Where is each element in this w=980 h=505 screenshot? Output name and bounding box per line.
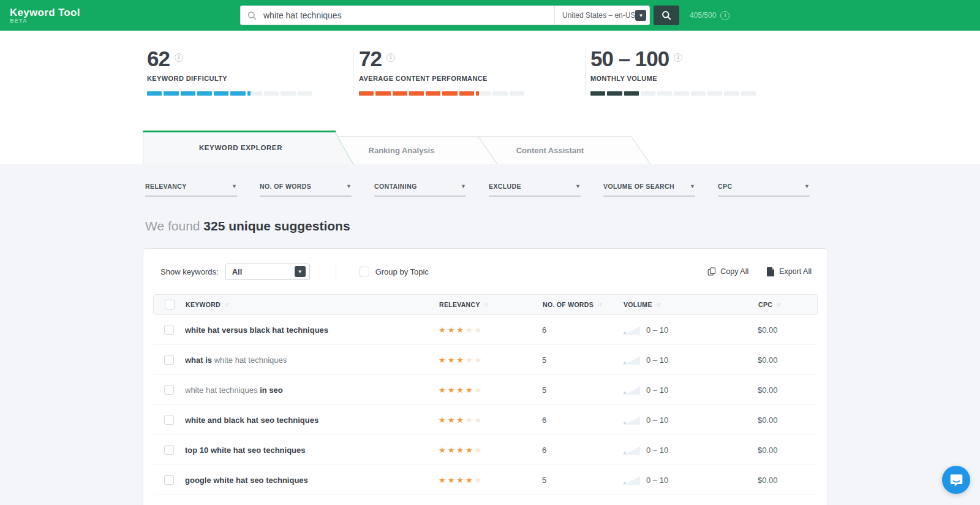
relevancy-stars: ★★★★★ xyxy=(439,476,542,485)
search-button[interactable] xyxy=(654,6,679,25)
group-by-topic-checkbox[interactable] xyxy=(360,267,369,276)
table-body: white hat versus black hat techniques ★★… xyxy=(153,315,818,495)
sort-icon[interactable]: ↓↑ xyxy=(224,302,228,308)
copy-all-button[interactable]: Copy All xyxy=(707,267,748,276)
metric-info-icon[interactable]: i xyxy=(175,53,183,62)
sort-icon[interactable]: ↓↑ xyxy=(484,302,488,308)
filter-label: RELEVANCY xyxy=(145,183,187,190)
region-caret-icon[interactable]: ▼ xyxy=(635,10,646,21)
chat-widget-button[interactable] xyxy=(942,466,970,494)
show-keywords-select[interactable]: All ▼ xyxy=(225,264,310,280)
relevancy-stars: ★★★★★ xyxy=(439,385,542,395)
copy-all-label: Copy All xyxy=(720,267,748,276)
column-header-cpc[interactable]: CPC↓↑ xyxy=(758,301,817,308)
star-filled-icon: ★ xyxy=(466,476,475,485)
chevron-down-icon: ▼ xyxy=(804,183,810,189)
filter-exclude[interactable]: EXCLUDE ▼ xyxy=(489,183,581,197)
star-empty-icon: ★ xyxy=(466,325,475,335)
star-filled-icon: ★ xyxy=(456,416,466,425)
cpc-value: $0.00 xyxy=(758,416,823,425)
filter-cpc[interactable]: CPC ▼ xyxy=(718,183,810,197)
search-input[interactable] xyxy=(262,10,554,21)
metric-value: 62 xyxy=(147,48,170,70)
star-empty-icon: ★ xyxy=(466,416,475,425)
show-keywords-label: Show keywords: xyxy=(160,267,219,276)
filters-row: RELEVANCY ▼ NO. OF WORDS ▼ CONTAINING ▼ … xyxy=(145,183,980,197)
volume-value: 0 – 10 xyxy=(646,355,668,365)
cpc-value: $0.00 xyxy=(758,446,823,455)
star-filled-icon: ★ xyxy=(439,355,448,365)
row-checkbox[interactable] xyxy=(164,415,174,425)
column-header-relevancy[interactable]: RELEVANCY↓↑ xyxy=(439,301,543,308)
metrics-row: 62 i KEYWORD DIFFICULTY 72 i AVERAGE CON… xyxy=(147,31,980,96)
app-logo[interactable]: Keyword Tool BETA xyxy=(10,7,80,24)
app-logo-title: Keyword Tool xyxy=(10,7,80,18)
keyword-cell[interactable]: white hat techniques in seo xyxy=(185,385,439,395)
star-filled-icon: ★ xyxy=(439,385,448,395)
filter-no-of-words[interactable]: NO. OF WORDS ▼ xyxy=(260,183,352,197)
volume-sparkline-icon xyxy=(623,355,640,365)
row-checkbox[interactable] xyxy=(164,355,174,365)
row-checkbox[interactable] xyxy=(164,475,174,485)
star-filled-icon: ★ xyxy=(439,476,448,485)
column-header-volume[interactable]: VOLUME↓↑ xyxy=(624,301,758,308)
keyword-cell[interactable]: white hat versus black hat techniques xyxy=(185,325,439,335)
chevron-down-icon: ▼ xyxy=(461,183,466,189)
results-card: Show keywords: All ▼ Group by Topic Copy… xyxy=(143,248,828,505)
column-header-no-of-words[interactable]: NO. OF WORDS↓↑ xyxy=(543,301,624,308)
tab-keyword-explorer[interactable]: KEYWORD EXPLORER xyxy=(143,131,354,164)
region-selector[interactable]: United States – en-US ▼ xyxy=(554,6,650,25)
keyword-cell[interactable]: white and black hat seo techniques xyxy=(185,416,439,425)
bar-segment xyxy=(181,91,195,96)
volume-sparkline-icon xyxy=(623,415,640,425)
sort-icon[interactable]: ↓↑ xyxy=(597,302,601,308)
relevancy-stars: ★★★★★ xyxy=(439,325,542,335)
results-toolbar: Show keywords: All ▼ Group by Topic Copy… xyxy=(143,249,827,290)
word-count: 6 xyxy=(542,446,623,455)
volume-cell: 0 – 10 xyxy=(623,325,758,335)
word-count: 5 xyxy=(542,355,623,365)
star-filled-icon: ★ xyxy=(448,325,457,335)
select-all-checkbox[interactable] xyxy=(165,300,175,309)
bar-segment xyxy=(264,91,279,96)
metric-info-icon[interactable]: i xyxy=(674,53,682,62)
keyword-cell[interactable]: what is white hat techniques xyxy=(185,355,439,365)
column-header-keyword[interactable]: KEYWORD↓↑ xyxy=(186,301,439,308)
toolbar-actions: Copy All Export All xyxy=(707,267,812,276)
volume-sparkline-icon xyxy=(623,385,640,395)
row-checkbox[interactable] xyxy=(164,445,174,455)
relevancy-stars: ★★★★★ xyxy=(439,416,542,425)
keywords-table: KEYWORD↓↑RELEVANCY↓↑NO. OF WORDS↓↑VOLUME… xyxy=(153,294,818,495)
table-row: white hat techniques in seo ★★★★★ 5 0 – … xyxy=(153,375,818,405)
tabs-row: KEYWORD EXPLORER Ranking Analysis Conten… xyxy=(143,131,980,164)
app-logo-beta-badge: BETA xyxy=(10,18,80,24)
star-filled-icon: ★ xyxy=(448,385,457,395)
bar-segment xyxy=(607,91,622,96)
bar-segment xyxy=(476,91,491,96)
sort-icon[interactable]: ↓↑ xyxy=(656,302,660,308)
row-checkbox[interactable] xyxy=(164,325,174,335)
filter-relevancy[interactable]: RELEVANCY ▼ xyxy=(145,183,237,197)
keyword-cell[interactable]: google white hat seo techniques xyxy=(185,476,439,485)
search-icon xyxy=(247,11,257,20)
row-checkbox[interactable] xyxy=(164,385,174,395)
sort-icon[interactable]: ↓↑ xyxy=(776,302,780,308)
volume-cell: 0 – 10 xyxy=(623,355,758,365)
metric-info-icon[interactable]: i xyxy=(386,53,395,62)
bar-segment xyxy=(247,91,262,96)
filter-containing[interactable]: CONTAINING ▼ xyxy=(374,183,466,197)
quota-info-icon[interactable]: i xyxy=(720,11,729,20)
metric-card: 50 – 100 i MONTHLY VOLUME xyxy=(585,48,805,96)
search-button-icon xyxy=(662,10,671,20)
filter-volume-of-search[interactable]: VOLUME OF SEARCH ▼ xyxy=(603,183,695,197)
export-all-button[interactable]: Export All xyxy=(767,267,812,276)
bar-segment xyxy=(641,91,655,96)
search-box[interactable] xyxy=(240,6,554,25)
star-empty-icon: ★ xyxy=(475,446,484,455)
star-empty-icon: ★ xyxy=(466,355,475,365)
chevron-down-icon: ▼ xyxy=(575,183,581,189)
show-keywords-caret-icon[interactable]: ▼ xyxy=(295,266,306,277)
table-row: white and black hat seo techniques ★★★★★… xyxy=(153,405,818,435)
keyword-cell[interactable]: top 10 white hat seo techniques xyxy=(185,446,439,455)
results-heading-prefix: We found xyxy=(145,219,203,233)
